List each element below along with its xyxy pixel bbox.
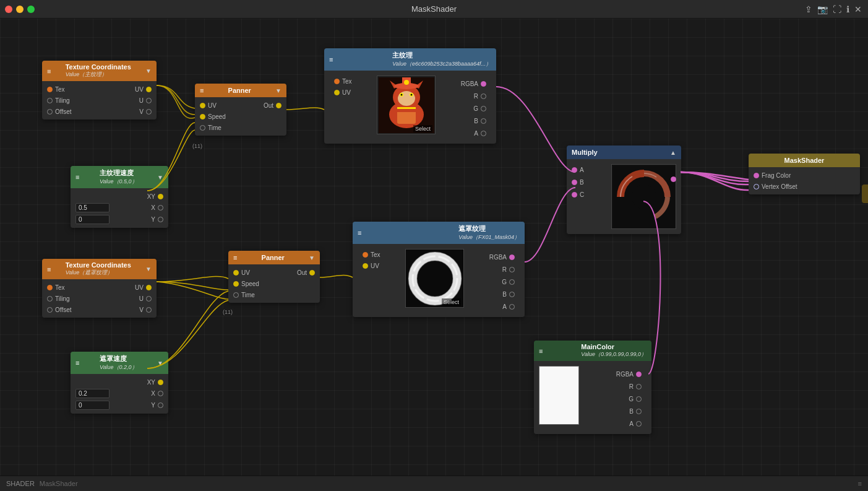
maincolor-swatch[interactable] [539,366,579,425]
speed-xy-socket-2[interactable] [158,380,163,385]
offset-socket-2[interactable] [47,307,53,313]
speed-x-socket-2[interactable] [158,391,163,396]
speed-y-socket-2[interactable] [158,402,163,408]
speed-x-input-2[interactable] [75,389,110,398]
speed-y-input-2[interactable] [75,401,110,410]
texsample-g-row-1: G [468,103,491,114]
menu-icon[interactable]: ≡ [47,67,51,75]
svg-point-12 [404,80,409,85]
maskshader-vertexoffset-socket[interactable] [754,184,759,189]
panner-body-1: UV Out Speed Time [195,97,286,136]
uv-socket-1[interactable] [146,87,152,92]
speed-x-input-1[interactable] [75,203,110,212]
texsample-r-socket-2[interactable] [509,267,515,272]
maincolor-b-socket[interactable] [636,409,642,414]
maincolor-menu-icon[interactable]: ≡ [539,347,543,355]
multiply-out-socket[interactable] [671,176,676,182]
u-socket-2[interactable] [146,296,152,302]
speed-x-label-2: X [112,390,155,397]
tex-socket-2[interactable] [47,285,53,290]
speed-xy-socket-1[interactable] [158,194,163,199]
svg-point-8 [400,93,402,95]
offset-label-2: Offset [55,306,98,313]
multiply-a-socket[interactable] [572,167,577,173]
speed-y-row-2: Y [71,399,168,411]
tex-coord-menu-icon-2[interactable]: ≡ [47,266,51,273]
panner-out-socket-1[interactable] [276,103,281,108]
texsample-rgba-socket-2[interactable] [509,254,515,260]
maincolor-rgba-socket[interactable] [636,372,642,377]
texsample-tex-socket-2[interactable] [363,252,368,258]
maincolor-g-socket[interactable] [636,396,642,402]
tex-socket-out-1[interactable] [47,87,53,92]
panner-uv-socket-2[interactable] [233,270,239,276]
share-icon[interactable]: ⇪ [805,4,812,14]
texsample-uv-socket-1[interactable] [334,90,340,95]
texsample-select-label-2[interactable]: Select [442,298,461,306]
texsample-body-2: Tex UV [353,244,525,317]
speed-header-1: ≡ 主纹理速度 Value（0.5,0） ▼ [71,166,168,188]
minimize-button[interactable] [16,6,24,13]
v-socket-2[interactable] [146,307,152,313]
multiply-collapse[interactable]: ▲ [670,149,676,156]
close-icon[interactable]: ✕ [854,4,862,14]
texsample-r-label-1: R [474,93,478,100]
u-socket-1[interactable] [146,98,152,103]
speed-dropdown-2[interactable]: ▼ [157,360,163,367]
texsample-subtitle-1: Value（e6c609b253c2a38baaaa64f...） [392,60,491,68]
offset-socket-1[interactable] [47,109,53,115]
maskshader-fragcolor-socket[interactable] [754,173,759,178]
texsample-r-socket-1[interactable] [481,93,486,99]
texsample-b-socket-1[interactable] [481,118,486,124]
uv-socket-2[interactable] [146,285,152,290]
tex-coord-dropdown-1[interactable]: ▼ [145,67,152,74]
speed-y-socket-1[interactable] [158,217,163,222]
panner-time-socket-2[interactable] [233,292,239,298]
speed-menu-icon-2[interactable]: ≡ [75,359,79,367]
speed-x-socket-1[interactable] [158,205,163,211]
texsample-g-socket-1[interactable] [481,106,486,111]
panner-speed-row-1: Speed [195,111,286,122]
info-icon[interactable]: ℹ [846,4,849,14]
tex-coord-dropdown-2[interactable]: ▼ [145,266,152,272]
texsample-select-label-1[interactable]: Select [413,125,432,133]
titlebar-controls[interactable] [5,6,35,13]
texsample-menu-icon-1[interactable]: ≡ [329,56,333,63]
maincolor-r-socket[interactable] [636,384,642,389]
texsample-a-socket-2[interactable] [509,304,515,310]
multiply-c-socket[interactable] [572,192,577,198]
tex-label-1: Tex [55,86,98,93]
panner-dropdown-2[interactable]: ▼ [309,254,315,261]
expand-icon[interactable]: ⛶ [833,4,841,14]
texsample-a-socket-1[interactable] [481,131,486,136]
multiply-b-socket[interactable] [572,180,577,185]
panner-uv-socket-in-1[interactable] [200,103,205,108]
texsample-b-socket-2[interactable] [509,292,515,297]
texsample-tex-socket-1[interactable] [334,79,340,84]
maximize-button[interactable] [27,6,35,13]
texsample-menu-icon-2[interactable]: ≡ [358,229,361,237]
panner-menu-icon-1[interactable]: ≡ [200,87,204,94]
maincolor-a-socket[interactable] [636,421,642,427]
speed-menu-icon-1[interactable]: ≡ [75,173,79,181]
panner-time-socket-1[interactable] [200,125,205,131]
maincolor-title-block: MainColor Value（0.99,0.99,0.99,0） [581,343,647,358]
panner-menu-icon-2[interactable]: ≡ [233,254,237,261]
texsample-rgba-socket-1[interactable] [481,81,486,87]
texsample-uv-socket-2[interactable] [363,263,368,269]
save-button[interactable]: ⬇ [862,185,868,203]
speed-dropdown-1[interactable]: ▼ [157,174,163,181]
speed-y-input-1[interactable] [75,215,110,224]
panner-dropdown-1[interactable]: ▼ [275,87,281,94]
tiling-socket-1[interactable] [47,98,53,103]
titlebar-title: MaskShader [411,4,457,14]
panner-speed-socket-2[interactable] [233,281,239,287]
texsample-g-socket-2[interactable] [509,279,515,285]
tiling-socket-2[interactable] [47,296,53,302]
v-socket-1[interactable] [146,109,152,115]
camera-icon[interactable]: 📷 [817,4,828,14]
bottombar-icon[interactable]: ≡ [858,480,862,487]
close-button[interactable] [5,6,12,13]
panner-speed-socket-1[interactable] [200,114,205,119]
panner-out-socket-2[interactable] [309,270,315,276]
